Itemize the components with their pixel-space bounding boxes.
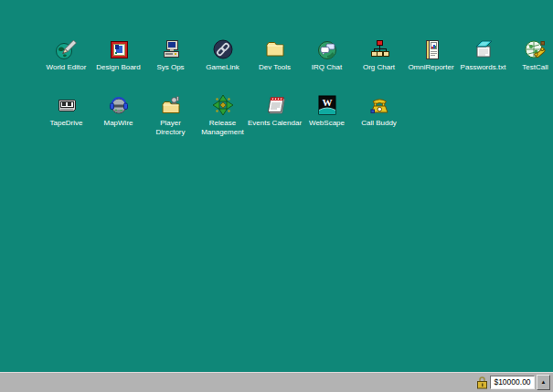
spinner-up-button[interactable]: ▲: [537, 375, 550, 390]
icon-label: IRQ Chat: [312, 63, 342, 72]
desktop-icon-passwords-txt[interactable]: Passwords.txt: [457, 37, 509, 72]
player-directory-icon: [159, 93, 183, 117]
release-management-icon: [211, 93, 235, 117]
desktop-icon-mapwire[interactable]: MapWire: [92, 93, 144, 138]
icon-label: World Editor: [47, 63, 87, 72]
desktop-icon-player-directory[interactable]: Player Directory: [144, 93, 197, 138]
icon-label: OmniReporter: [408, 63, 453, 72]
design-board-icon: [107, 37, 131, 61]
icon-label: Player Directory: [155, 119, 185, 138]
icon-label: Design Board: [96, 63, 140, 72]
tapedrive-icon: [55, 93, 79, 117]
icon-label: Events Calendar: [248, 119, 302, 128]
call-buddy-icon: [367, 93, 391, 117]
mapwire-icon: [107, 93, 131, 117]
desktop-icon-row-1: World Editor Design Board: [40, 37, 553, 72]
webscape-icon: W: [315, 93, 339, 117]
desktop-icon-events-calendar[interactable]: Events Calendar: [249, 93, 301, 138]
desktop-icon-call-buddy[interactable]: Call Buddy: [353, 93, 405, 138]
icon-label: Org Chart: [363, 63, 395, 72]
desktop-icon-release-management[interactable]: Release Management: [197, 93, 249, 138]
passwords-txt-icon: [472, 37, 495, 61]
irq-chat-icon: [315, 37, 339, 61]
balance-field[interactable]: $10000.00: [490, 376, 535, 389]
desktop-icon-gamelink[interactable]: GameLink: [197, 37, 249, 72]
org-chart-icon: [367, 37, 391, 61]
gamelink-icon: [211, 37, 235, 61]
desktop-icon-tapedrive[interactable]: TapeDrive: [40, 93, 92, 138]
desktop-icon-webscape[interactable]: W WebScape: [301, 93, 353, 138]
svg-text:W: W: [322, 97, 332, 108]
lock-icon[interactable]: [475, 375, 488, 389]
icon-label: Call Buddy: [361, 119, 397, 128]
icon-label: Passwords.txt: [461, 63, 506, 72]
icon-label: Sys Ops: [156, 63, 184, 72]
taskbar: $10000.00 ▲: [0, 372, 553, 392]
desktop-icon-irq-chat[interactable]: IRQ Chat: [301, 37, 353, 72]
testcall-icon: [524, 37, 548, 61]
desktop-icon-testcall[interactable]: TestCall: [509, 37, 553, 72]
icon-label: TapeDrive: [49, 119, 82, 128]
desktop-icon-dev-tools[interactable]: Dev Tools: [249, 37, 301, 72]
icon-label: Dev Tools: [259, 63, 291, 72]
icon-label: TestCall: [522, 63, 548, 72]
desktop-icon-org-chart[interactable]: Org Chart: [353, 37, 405, 72]
sys-ops-icon: [159, 37, 183, 61]
desktop: World Editor Design Board: [0, 0, 553, 392]
icon-label: GameLink: [206, 63, 239, 72]
dev-tools-icon: [263, 37, 287, 61]
desktop-icon-omnireporter[interactable]: OmniReporter: [405, 37, 457, 72]
world-editor-icon: [55, 37, 79, 61]
desktop-icon-row-2: TapeDrive MapWire: [40, 93, 405, 138]
taskbar-tray: $10000.00 ▲: [475, 375, 550, 389]
desktop-icon-sys-ops[interactable]: Sys Ops: [144, 37, 197, 72]
omnireporter-icon: [420, 37, 443, 61]
icon-label: Release Management: [201, 119, 244, 138]
desktop-icon-world-editor[interactable]: World Editor: [40, 37, 92, 72]
desktop-icon-design-board[interactable]: Design Board: [92, 37, 144, 72]
events-calendar-icon: [263, 93, 287, 117]
icon-label: WebScape: [309, 119, 345, 128]
icon-label: MapWire: [103, 119, 133, 128]
